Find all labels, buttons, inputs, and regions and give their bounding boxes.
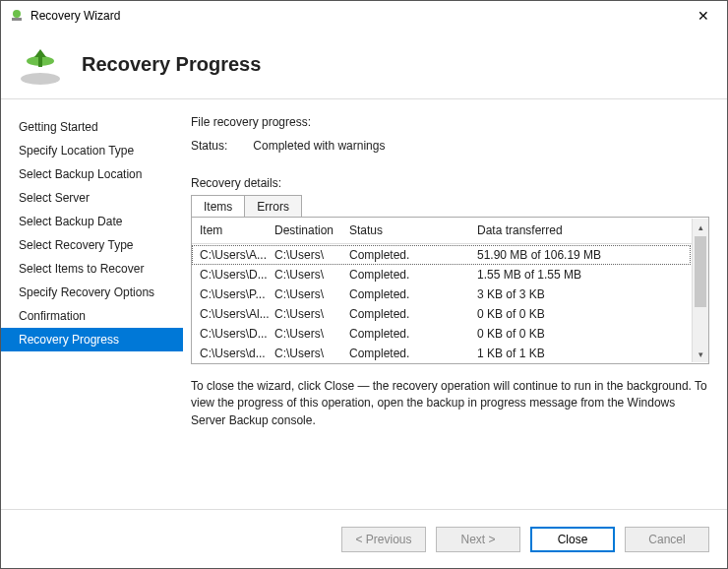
table-row[interactable]: C:\Users\D... C:\Users\ Completed. 1.55 … — [192, 265, 691, 284]
sidebar-step-confirmation[interactable]: Confirmation — [1, 304, 183, 328]
table-row[interactable]: C:\Users\P... C:\Users\ Completed. 3 KB … — [192, 284, 691, 304]
window-title: Recovery Wizard — [30, 9, 684, 23]
scroll-thumb[interactable] — [695, 236, 706, 307]
wizard-steps-sidebar: Getting Started Specify Location Type Se… — [1, 99, 183, 509]
wizard-header: Recovery Progress — [1, 31, 727, 99]
grid-body[interactable]: C:\Users\A... C:\Users\ Completed. 51.90… — [192, 245, 691, 363]
cell-dest: C:\Users\ — [274, 307, 349, 321]
recovery-details-grid: Item Destination Status Data transferred… — [191, 217, 709, 364]
scroll-up-icon[interactable]: ▴ — [693, 219, 708, 235]
cell-status: Completed. — [349, 287, 477, 301]
sidebar-step-backup-date[interactable]: Select Backup Date — [1, 210, 183, 233]
sidebar-step-recovery-options[interactable]: Specify Recovery Options — [1, 281, 183, 304]
table-row[interactable]: C:\Users\d... C:\Users\ Completed. 1 KB … — [192, 344, 691, 363]
cell-item: C:\Users\Al... — [200, 307, 274, 321]
cell-dest: C:\Users\ — [274, 268, 349, 282]
sidebar-step-recovery-type[interactable]: Select Recovery Type — [1, 233, 183, 257]
sidebar-step-items-to-recover[interactable]: Select Items to Recover — [1, 257, 183, 281]
details-label: Recovery details: — [191, 176, 709, 190]
cell-status: Completed. — [349, 248, 477, 262]
svg-point-0 — [13, 10, 21, 18]
cell-dest: C:\Users\ — [274, 327, 349, 341]
tab-errors[interactable]: Errors — [244, 195, 302, 218]
table-row[interactable]: C:\Users\Al... C:\Users\ Completed. 0 KB… — [192, 304, 691, 324]
app-icon — [9, 8, 25, 24]
cell-status: Completed. — [349, 347, 477, 360]
col-status[interactable]: Status — [349, 223, 477, 237]
cell-dest: C:\Users\ — [274, 347, 349, 360]
cell-item: C:\Users\A... — [200, 248, 274, 262]
cell-item: C:\Users\P... — [200, 287, 274, 301]
cell-status: Completed. — [349, 268, 477, 282]
next-button: Next > — [436, 527, 520, 552]
cancel-button: Cancel — [625, 527, 709, 552]
sidebar-step-getting-started[interactable]: Getting Started — [1, 115, 183, 139]
details-tabs: Items Errors — [191, 194, 709, 217]
cell-data: 1.55 MB of 1.55 MB — [477, 268, 691, 282]
cell-item: C:\Users\D... — [200, 327, 274, 341]
status-value: Completed with warnings — [253, 139, 385, 153]
col-data-transferred[interactable]: Data transferred — [477, 223, 708, 237]
svg-rect-1 — [12, 18, 22, 21]
cell-status: Completed. — [349, 327, 477, 341]
svg-point-2 — [21, 73, 60, 85]
tab-items[interactable]: Items — [191, 195, 245, 218]
status-label: Status: — [191, 139, 250, 153]
wizard-footer: < Previous Next > Close Cancel — [1, 509, 727, 568]
cell-status: Completed. — [349, 307, 477, 321]
cell-dest: C:\Users\ — [274, 248, 349, 262]
table-row[interactable]: C:\Users\D... C:\Users\ Completed. 0 KB … — [192, 324, 691, 344]
table-row[interactable]: C:\Users\A... C:\Users\ Completed. 51.90… — [192, 245, 691, 265]
cell-item: C:\Users\D... — [200, 268, 274, 282]
scroll-down-icon[interactable]: ▾ — [693, 346, 708, 362]
sidebar-step-recovery-progress[interactable]: Recovery Progress — [1, 328, 183, 351]
recovery-wizard-window: Recovery Wizard ✕ Recovery Progress Gett… — [0, 0, 728, 569]
progress-label: File recovery progress: — [191, 115, 709, 129]
cell-data: 3 KB of 3 KB — [477, 287, 691, 301]
hint-text: To close the wizard, click Close — the r… — [191, 378, 709, 429]
scrollbar[interactable]: ▴ ▾ — [692, 219, 708, 362]
previous-button: < Previous — [341, 527, 426, 552]
titlebar: Recovery Wizard ✕ — [1, 1, 727, 31]
col-item[interactable]: Item — [200, 223, 274, 237]
sidebar-step-select-server[interactable]: Select Server — [1, 186, 183, 210]
cell-data: 0 KB of 0 KB — [477, 327, 691, 341]
cell-data: 1 KB of 1 KB — [477, 347, 691, 360]
cell-dest: C:\Users\ — [274, 287, 349, 301]
close-button[interactable]: Close — [530, 527, 615, 552]
cell-data: 0 KB of 0 KB — [477, 307, 691, 321]
grid-header: Item Destination Status Data transferred — [192, 218, 708, 244]
col-destination[interactable]: Destination — [274, 223, 349, 237]
cell-item: C:\Users\d... — [200, 347, 274, 360]
recovery-icon — [17, 41, 64, 89]
sidebar-step-backup-location[interactable]: Select Backup Location — [1, 162, 183, 186]
window-close-button[interactable]: ✕ — [684, 8, 723, 24]
cell-data: 51.90 MB of 106.19 MB — [477, 248, 691, 262]
sidebar-step-location-type[interactable]: Specify Location Type — [1, 139, 183, 162]
page-title: Recovery Progress — [82, 53, 261, 76]
status-row: Status: Completed with warnings — [191, 139, 709, 153]
main-panel: File recovery progress: Status: Complete… — [183, 99, 727, 509]
